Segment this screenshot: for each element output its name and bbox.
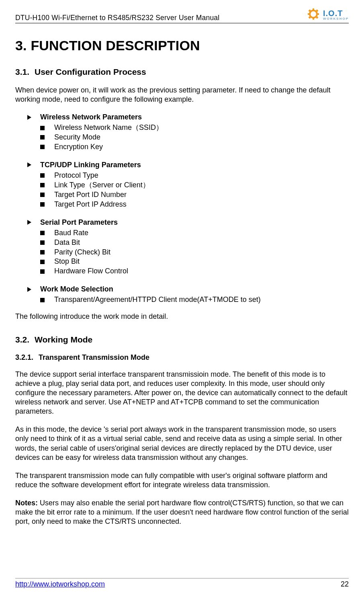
svg-marker-12	[27, 287, 31, 292]
list-item: Transparent/Agreement/HTTPD Client mode(…	[15, 295, 349, 305]
svg-marker-11	[27, 220, 31, 225]
list-item: Stop Bit	[15, 257, 349, 267]
notes-label: Notes:	[15, 499, 38, 507]
subsection-3-2-1: 3.2.1.Transparent Transmission Mode	[15, 353, 349, 362]
subsection-3-2: 3.2.Working Mode	[15, 335, 349, 345]
notes-body: Users may also enable the serial port ha…	[15, 499, 349, 525]
list-item: Baud Rate	[15, 228, 349, 238]
list-item: Target Port ID Number	[15, 190, 349, 200]
list-item: Protocol Type	[15, 171, 349, 180]
square-bullet-icon	[40, 250, 45, 254]
group-heading: Work Mode Selection	[15, 285, 349, 293]
page-footer: http://www.iotworkshop.com 22	[15, 578, 349, 589]
subsection-number: 3.2.	[15, 335, 35, 345]
header-title: DTU-H100 Wi-Fi/Ethernet to RS485/RS232 S…	[15, 8, 219, 22]
intro-paragraph: When device power on, it will work as th…	[15, 86, 349, 104]
list-item-text: Link Type（Server or Client）	[54, 180, 150, 190]
logo-text-top: I.O.T	[323, 9, 349, 17]
list-item: Hardware Flow Control	[15, 267, 349, 276]
square-bullet-icon	[40, 135, 45, 139]
list-item-text: Wireless Network Name（SSID）	[54, 123, 163, 133]
chevron-right-icon	[27, 162, 32, 168]
list-item-text: Target Port IP Address	[54, 200, 127, 209]
list-item: Wireless Network Name（SSID）	[15, 123, 349, 133]
list-item-text: Data Bit	[54, 238, 80, 248]
list-item: Parity (Check) Bit	[15, 248, 349, 257]
list-item: Encryption Key	[15, 142, 349, 152]
chevron-right-icon	[27, 287, 32, 292]
page-number: 22	[341, 580, 349, 589]
body-paragraph: The device support serial interface tran…	[15, 370, 349, 416]
list-item-text: Target Port ID Number	[54, 190, 127, 200]
svg-point-0	[310, 10, 317, 18]
subsection-number: 3.1.	[15, 67, 35, 77]
parameter-group: Serial Port ParametersBaud RateData BitP…	[15, 218, 349, 277]
group-heading-text: TCP/UDP Linking Parameters	[40, 161, 141, 169]
body-paragraph: The transparent transmission mode can fu…	[15, 471, 349, 490]
logo-text-sub: WORKSHOP	[323, 17, 349, 21]
logo: I.O.T WORKSHOP	[308, 8, 349, 22]
group-heading-text: Wireless Network Parameters	[40, 113, 142, 121]
list-item-text: Security Mode	[54, 133, 100, 142]
group-heading: Serial Port Parameters	[15, 218, 349, 227]
section-heading: 3. FUNCTION DESCRIPTION	[15, 38, 349, 53]
square-bullet-icon	[40, 298, 45, 302]
list-item: Link Type（Server or Client）	[15, 180, 349, 190]
svg-rect-1	[313, 8, 314, 10]
subsection-title: User Configuration Process	[35, 67, 146, 76]
list-item-text: Parity (Check) Bit	[54, 248, 110, 257]
parameter-group: TCP/UDP Linking ParametersProtocol TypeL…	[15, 161, 349, 209]
square-bullet-icon	[40, 145, 45, 149]
list-item-text: Baud Rate	[54, 228, 88, 238]
list-item-text: Transparent/Agreement/HTTPD Client mode(…	[54, 295, 261, 305]
group-heading-text: Work Mode Selection	[40, 285, 113, 293]
group-heading-text: Serial Port Parameters	[40, 218, 118, 227]
subsection-number: 3.2.1.	[15, 353, 39, 362]
group-heading: Wireless Network Parameters	[15, 113, 349, 121]
square-bullet-icon	[40, 193, 45, 197]
page-header: DTU-H100 Wi-Fi/Ethernet to RS485/RS232 S…	[15, 8, 349, 23]
group-heading: TCP/UDP Linking Parameters	[15, 161, 349, 169]
list-item-text: Encryption Key	[54, 142, 103, 152]
subsection-3-1: 3.1.User Configuration Process	[15, 67, 349, 77]
square-bullet-icon	[40, 183, 45, 187]
chevron-right-icon	[27, 115, 32, 120]
svg-marker-10	[27, 162, 31, 167]
square-bullet-icon	[40, 260, 45, 264]
svg-rect-4	[317, 13, 319, 15]
square-bullet-icon	[40, 173, 45, 178]
parameter-groups: Wireless Network ParametersWireless Netw…	[15, 113, 349, 305]
square-bullet-icon	[40, 240, 45, 245]
outro-paragraph: The following introduce the work mode in…	[15, 312, 349, 321]
svg-marker-9	[27, 115, 31, 120]
list-item-text: Protocol Type	[54, 171, 98, 180]
parameter-group: Wireless Network ParametersWireless Netw…	[15, 113, 349, 152]
svg-rect-2	[313, 18, 314, 20]
square-bullet-icon	[40, 202, 45, 207]
subsection-title: Transparent Transmission Mode	[39, 353, 149, 361]
list-item: Target Port IP Address	[15, 200, 349, 209]
footer-link[interactable]: http://www.iotworkshop.com	[15, 580, 105, 589]
svg-rect-3	[308, 13, 310, 15]
parameter-group: Work Mode SelectionTransparent/Agreement…	[15, 285, 349, 305]
list-item-text: Stop Bit	[54, 257, 80, 267]
square-bullet-icon	[40, 126, 45, 130]
list-item: Data Bit	[15, 238, 349, 248]
square-bullet-icon	[40, 231, 45, 235]
notes-paragraph: Notes: Users may also enable the serial …	[15, 498, 349, 526]
chevron-right-icon	[27, 219, 32, 225]
body-paragraph: As in this mode, the device 's serial po…	[15, 425, 349, 462]
square-bullet-icon	[40, 269, 45, 274]
gear-icon	[308, 8, 321, 22]
subsection-title: Working Mode	[35, 335, 92, 344]
list-item: Security Mode	[15, 133, 349, 142]
list-item-text: Hardware Flow Control	[54, 267, 128, 276]
